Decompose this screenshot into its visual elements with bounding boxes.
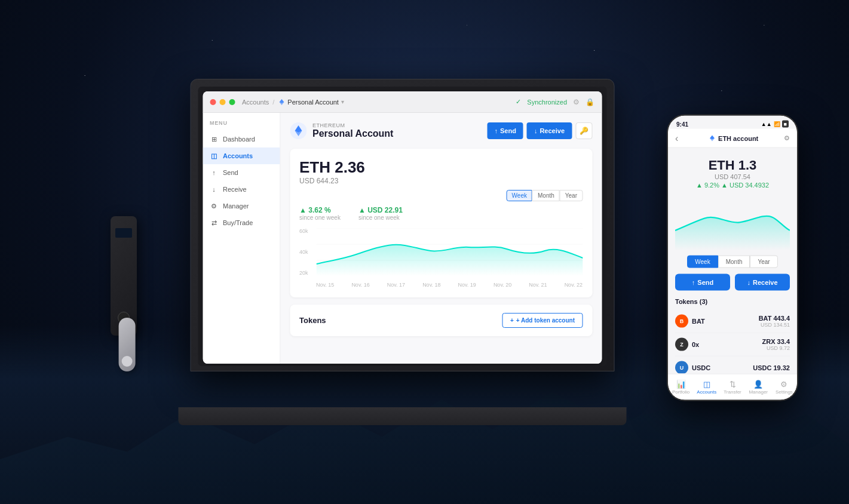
- phone-settings-icon[interactable]: ⚙: [784, 134, 790, 142]
- phone-receive-label: Receive: [753, 279, 778, 286]
- chart-y-labels: 60k 40k 20k: [299, 228, 308, 276]
- chart-x-labels: Nov. 15 Nov. 16 Nov. 17 Nov. 18 Nov. 19 …: [316, 282, 583, 288]
- phone-chart-area: [675, 197, 790, 251]
- phone-content: ETH 1.3 USD 407.54 ▲ 9.2% ▲ USD 34.4932: [668, 148, 797, 374]
- bat-token-amount: BAT 443.4 USD 134.51: [759, 315, 790, 328]
- usdc-token-amount: USDC 19.32: [753, 364, 790, 371]
- zrx-amount-value: ZRX 33.4: [762, 338, 790, 345]
- phone-eth-balance: ETH 1.3: [675, 158, 790, 173]
- zrx-usd-value: USD 9.72: [762, 345, 790, 351]
- usdc-amount-value: USDC 19.32: [753, 364, 790, 371]
- title-bar: Accounts / Personal Account ▾ ✓: [203, 91, 602, 113]
- sidebar-item-accounts[interactable]: ◫ Accounts: [203, 147, 280, 164]
- eth-balance: ETH 2.36: [299, 158, 583, 177]
- battery-icon: ■: [782, 121, 789, 128]
- usdc-token-icon: U: [675, 361, 688, 374]
- transfer-label: Transfer: [724, 389, 741, 395]
- minimize-button[interactable]: [219, 99, 225, 105]
- tokens-section: Tokens + + Add token account: [290, 305, 592, 336]
- phone-nav-title: ETH account: [683, 134, 784, 142]
- accounts-icon: ◫: [210, 152, 218, 160]
- chart-svg: [316, 228, 583, 276]
- phone-nav-transfer[interactable]: ⇅ Transfer: [719, 379, 745, 396]
- manager-icon: ⚙: [210, 202, 218, 210]
- sync-check-icon: ✓: [516, 98, 521, 106]
- phone-nav-manager[interactable]: 👤 Manager: [746, 379, 771, 396]
- sidebar-item-dashboard[interactable]: ⊞ Dashboard: [203, 131, 280, 147]
- phone-status-bar: 9:41 ▲▲ 📶 ■: [668, 116, 797, 129]
- chart-tab-week[interactable]: Week: [507, 190, 532, 201]
- y-label-40k: 40k: [299, 249, 308, 255]
- sidebar-item-manager[interactable]: ⚙ Manager: [203, 198, 280, 214]
- network-label: ETHEREUM: [312, 122, 393, 128]
- zrx-token-name: 0x: [692, 341, 699, 348]
- receive-button-label: Receive: [540, 127, 565, 134]
- usd-balance: USD 644.23: [299, 177, 583, 185]
- phone-nav-accounts[interactable]: ◫ Accounts: [694, 379, 719, 396]
- zrx-token-icon: Z: [675, 338, 688, 351]
- phone-receive-icon: ↓: [747, 279, 750, 286]
- lock-icon: 🔒: [586, 98, 594, 106]
- phone-send-label: Send: [697, 279, 713, 286]
- sidebar-manager-label: Manager: [223, 202, 249, 210]
- wifi-icon: ▲▲: [761, 121, 772, 127]
- ledger-nano-cap: [122, 356, 133, 367]
- portfolio-label: Portfolio: [672, 389, 689, 395]
- phone-send-button[interactable]: ↑ Send: [675, 274, 730, 291]
- stat-percentage: ▲ 3.62 % since one week: [299, 206, 341, 221]
- phone-tab-year[interactable]: Year: [750, 256, 777, 268]
- dashboard-icon: ⊞: [210, 135, 218, 143]
- phone-usd-balance: USD 407.54: [675, 173, 790, 180]
- key-button[interactable]: 🔑: [575, 122, 592, 139]
- y-label-60k: 60k: [299, 228, 308, 234]
- phone-bottom-nav: 📊 Portfolio ◫ Accounts ⇅ Transfer 👤 Mana…: [668, 374, 797, 400]
- receive-button[interactable]: ↓ Receive: [527, 122, 572, 139]
- chart-tab-year[interactable]: Year: [560, 190, 583, 201]
- breadcrumb: Accounts / Personal Account ▾: [242, 99, 344, 106]
- tokens-title: Tokens: [299, 316, 326, 325]
- list-item: Z 0x ZRX 33.4 USD 9.72: [675, 333, 790, 357]
- phone-eth-icon: [709, 134, 716, 142]
- ledger-screen: [115, 228, 132, 238]
- sidebar-buytrade-label: Buy/Trade: [223, 219, 253, 226]
- receive-icon: ↓: [210, 185, 218, 193]
- back-button[interactable]: ‹: [675, 133, 678, 143]
- laptop-frame: Accounts / Personal Account ▾ ✓: [178, 79, 626, 425]
- ledger-nano: [119, 318, 136, 371]
- phone-screen: 9:41 ▲▲ 📶 ■ ‹ ETH account ⚙ ETH 1.3: [668, 116, 797, 400]
- sidebar-dashboard-label: Dashboard: [223, 136, 255, 143]
- add-token-button[interactable]: + + Add token account: [502, 313, 583, 328]
- phone-tab-month[interactable]: Month: [718, 256, 750, 268]
- list-item: B BAT BAT 443.4 USD 134.51: [675, 310, 790, 333]
- portfolio-icon: 📊: [676, 380, 686, 389]
- bat-token-icon: B: [675, 315, 688, 328]
- send-button[interactable]: ↑ Send: [488, 122, 523, 139]
- phone-nav-portfolio[interactable]: 📊 Portfolio: [668, 379, 694, 396]
- phone-nav-settings[interactable]: ⚙ Settings: [771, 379, 797, 396]
- ledger-device: [111, 216, 137, 336]
- close-button[interactable]: [210, 99, 216, 105]
- sidebar-menu-label: MENU: [203, 120, 280, 131]
- account-header: ETHEREUM Personal Account ↑ Send ↓: [290, 122, 592, 139]
- eth-logo: [290, 122, 307, 139]
- laptop-screen: Accounts / Personal Account ▾ ✓: [198, 87, 606, 366]
- account-actions: ↑ Send ↓ Receive 🔑: [488, 122, 593, 139]
- y-label-20k: 20k: [299, 270, 308, 276]
- phone-nav-bar: ‹ ETH account ⚙: [668, 129, 797, 148]
- x-label-nov22: Nov. 22: [565, 282, 583, 288]
- app-window: Accounts / Personal Account ▾ ✓: [203, 91, 602, 364]
- add-token-label: + Add token account: [516, 317, 575, 324]
- maximize-button[interactable]: [229, 99, 235, 105]
- phone-tab-week[interactable]: Week: [687, 256, 718, 268]
- add-token-icon: +: [510, 317, 514, 324]
- title-bar-sync: ✓ Synchronized ⚙ 🔒: [516, 98, 594, 106]
- breadcrumb-accounts[interactable]: Accounts: [242, 99, 269, 106]
- sidebar-item-send[interactable]: ↑ Send: [203, 164, 280, 181]
- chart-tab-month[interactable]: Month: [532, 190, 560, 201]
- sidebar-item-buytrade[interactable]: ⇄ Buy/Trade: [203, 214, 280, 231]
- breadcrumb-sep: /: [272, 99, 274, 106]
- phone-receive-button[interactable]: ↓ Receive: [735, 274, 790, 291]
- sidebar-item-receive[interactable]: ↓ Receive: [203, 181, 280, 198]
- tokens-header: Tokens + + Add token account: [299, 313, 583, 328]
- sidebar-send-label: Send: [223, 169, 238, 176]
